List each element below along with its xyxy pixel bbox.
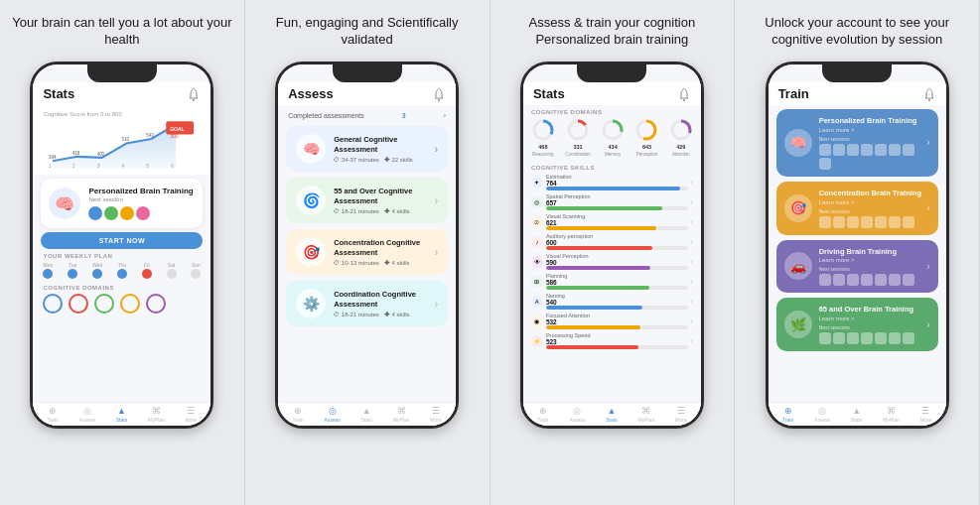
avatar-row bbox=[88, 206, 195, 220]
train-icon-1: 🧠 bbox=[784, 129, 812, 157]
train-name-4: 65 and Over Brain Training bbox=[819, 305, 927, 315]
svg-text:GOAL: GOAL bbox=[171, 126, 186, 132]
train-name-2: Concentration Brain Training bbox=[819, 189, 927, 198]
brain-training-card[interactable]: 🧠 Personalized Brain Training Next sessi… bbox=[41, 179, 203, 228]
train-card-1[interactable]: 🧠 Personalized Brain Training Learn more… bbox=[776, 109, 938, 177]
domain-attention: 429 Attention bbox=[669, 118, 693, 157]
panel-4: Unlock your account to see your cognitiv… bbox=[735, 0, 980, 505]
nav-stats[interactable]: ▲ Stats bbox=[116, 406, 127, 423]
bottom-nav-2: ⊕ Train ◎ Assess ▲ Stats ⌘ MyPlan ☰ Mo bbox=[278, 402, 456, 426]
svg-point-17 bbox=[683, 99, 685, 101]
nav-train-2[interactable]: ⊕ Train bbox=[293, 406, 304, 423]
train-icon-2: 🎯 bbox=[784, 194, 812, 222]
train-sessions-3: Next sessions bbox=[819, 266, 927, 286]
cog-icon-3 bbox=[94, 294, 114, 314]
nav-myplan-3[interactable]: ⌘ MyPlan bbox=[638, 406, 655, 423]
assess-name-3: Concentration Cognitive Assessment bbox=[334, 238, 435, 258]
train-info-3: Driving Brain Training Learn more > Next… bbox=[819, 247, 927, 287]
start-button[interactable]: START NOW bbox=[41, 232, 203, 249]
assess-icon-3: 🎯 bbox=[296, 237, 326, 267]
assess-card-2[interactable]: 🌀 55 and Over Cognitive Assessment ⏱ 18-… bbox=[286, 178, 448, 223]
assess-chevron-3: › bbox=[435, 247, 438, 258]
nav-myplan-4[interactable]: ⌘ MyPlan bbox=[883, 406, 900, 423]
assess-meta-3: ⏱ 10-13 minutes ✦ 4 skills bbox=[334, 260, 435, 266]
domain-memory: 434 Memory bbox=[601, 118, 625, 157]
panel-4-title: Unlock your account to see your cognitiv… bbox=[743, 12, 971, 52]
nav-myplan-2[interactable]: ⌘ MyPlan bbox=[393, 406, 410, 423]
assess-card-3[interactable]: 🎯 Concentration Cognitive Assessment ⏱ 1… bbox=[286, 229, 448, 275]
nav-train-4[interactable]: ⊕ Train bbox=[782, 406, 793, 423]
panel-2-title: Fun, engaging and Scientifically validat… bbox=[253, 12, 482, 52]
train-sub-4: Learn more > bbox=[819, 316, 927, 321]
skill-visual-scanning: ⊙ Visual Scanning 621 › bbox=[531, 213, 693, 230]
bottom-nav-4: ⊕ Train ◎ Assess ▲ Stats ⌘ MyPlan ☰ Mo bbox=[769, 402, 946, 426]
assess-icon-4: ⚙️ bbox=[296, 289, 326, 318]
nav-assess-3[interactable]: ◎ Assess bbox=[569, 406, 585, 423]
phone-screen-3: Stats COGNITIVE DOMAINS 468 bbox=[523, 64, 701, 426]
assess-info-2: 55 and Over Cognitive Assessment ⏱ 18-21… bbox=[334, 187, 435, 214]
nav-assess-4[interactable]: ◎ Assess bbox=[814, 406, 830, 423]
nav-train-3[interactable]: ⊕ Train bbox=[537, 406, 548, 423]
train-card-3[interactable]: 🚗 Driving Brain Training Learn more > Ne… bbox=[776, 240, 938, 294]
skills-section: COGNITIVE SKILLS ✦ Estimation 764 › ◎ Sp… bbox=[523, 165, 701, 352]
phone-4: Train 🧠 Personalized Brain Training Lear… bbox=[766, 62, 949, 429]
p4-header-title: Train bbox=[778, 86, 809, 101]
weekly-plan: YOUR WEEKLY PLAN Mon Tue Wed bbox=[33, 249, 210, 281]
assess-card-1[interactable]: 🧠 General Cognitive Assessment ⏱ 34-37 m… bbox=[286, 126, 448, 172]
nav-assess-2[interactable]: ◎ Assess bbox=[325, 406, 341, 423]
p3-header-title: Stats bbox=[533, 86, 565, 101]
avatar-2 bbox=[104, 206, 118, 220]
bell-icon-2 bbox=[432, 87, 446, 101]
nav-stats-2[interactable]: ▲ Stats bbox=[361, 406, 372, 423]
bell-icon-3 bbox=[677, 87, 691, 101]
train-sessions-4: Next sessions bbox=[819, 324, 927, 344]
cog-domains-section: COGNITIVE DOMAINS 468 Reasoning bbox=[523, 105, 701, 165]
svg-marker-1 bbox=[53, 125, 176, 169]
nav-assess[interactable]: ◎ Assess bbox=[79, 406, 95, 423]
svg-text:6: 6 bbox=[172, 163, 175, 169]
nav-more-2[interactable]: ☰ More bbox=[430, 406, 441, 423]
train-sessions-1: Next sessions bbox=[819, 136, 927, 170]
nav-stats-4[interactable]: ▲ Stats bbox=[851, 406, 862, 423]
cog-icons bbox=[43, 294, 201, 314]
panel-3: Assess & train your cognition Personaliz… bbox=[490, 0, 736, 505]
domain-reasoning: 468 Reasoning bbox=[531, 118, 555, 157]
phone-notch-3 bbox=[577, 64, 646, 82]
day-tue: Tue bbox=[68, 262, 77, 279]
cog-title: COGNITIVE DOMAINS bbox=[43, 285, 201, 291]
assess-name-1: General Cognitive Assessment bbox=[334, 135, 435, 155]
nav-stats-3[interactable]: ▲ Stats bbox=[606, 406, 617, 423]
avatar-4 bbox=[136, 206, 150, 220]
train-card-2[interactable]: 🎯 Concentration Brain Training Learn mor… bbox=[776, 182, 938, 235]
bell-icon bbox=[187, 87, 201, 101]
brain-card-sub: Next session bbox=[88, 196, 195, 202]
svg-text:5: 5 bbox=[147, 163, 150, 169]
skill-auditory: ♪ Auditory perception 600 › bbox=[531, 233, 693, 250]
train-sub-3: Learn more > bbox=[819, 257, 927, 263]
nav-train[interactable]: ⊕ Train bbox=[48, 406, 59, 423]
svg-text:2: 2 bbox=[72, 163, 75, 169]
bell-icon-4 bbox=[922, 87, 936, 101]
cog-icon-1 bbox=[43, 294, 63, 314]
panel-1: Your brain can tell you a lot about your… bbox=[0, 0, 245, 505]
assess-card-4[interactable]: ⚙️ Coordination Cognitive Assessment ⏱ 1… bbox=[286, 281, 448, 326]
phone-notch-4 bbox=[822, 64, 892, 82]
nav-more-4[interactable]: ☰ More bbox=[920, 406, 931, 423]
skill-processing: ⚡ Processing Speed 523 › bbox=[531, 332, 693, 349]
svg-text:3: 3 bbox=[97, 163, 100, 169]
phone-notch-2 bbox=[333, 64, 402, 82]
train-card-4[interactable]: 🌿 65 and Over Brain Training Learn more … bbox=[776, 298, 938, 351]
nav-more-3[interactable]: ☰ More bbox=[675, 406, 686, 423]
train-info-4: 65 and Over Brain Training Learn more > … bbox=[819, 305, 927, 344]
train-icon-3: 🚗 bbox=[784, 252, 812, 280]
assess-info-3: Concentration Cognitive Assessment ⏱ 10-… bbox=[334, 238, 435, 266]
completed-badge: 3 bbox=[402, 112, 406, 119]
assess-chevron-2: › bbox=[435, 195, 438, 206]
svg-point-0 bbox=[193, 99, 195, 101]
nav-myplan[interactable]: ⌘ MyPlan bbox=[148, 406, 165, 423]
brain-card-icon: 🧠 bbox=[49, 188, 80, 219]
svg-text:418: 418 bbox=[72, 150, 80, 155]
domain-circles: 468 Reasoning 331 Coordination bbox=[531, 118, 693, 157]
train-sub-2: Learn more > bbox=[819, 199, 927, 205]
nav-more[interactable]: ☰ More bbox=[186, 406, 197, 423]
